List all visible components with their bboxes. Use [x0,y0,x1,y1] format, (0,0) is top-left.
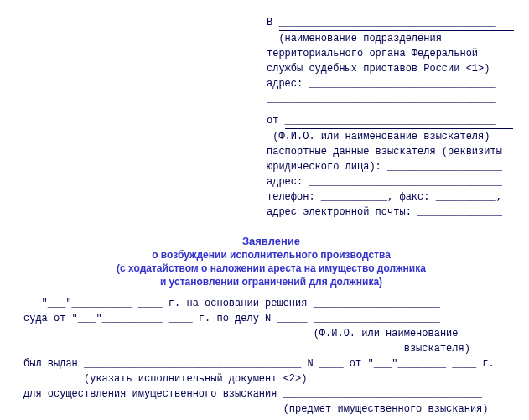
from-line: от ___________________________________ [267,113,519,128]
doc-subtitle-2: (с ходатайством о наложении ареста на им… [23,262,519,274]
address-line-1: адрес: _______________________________ [267,76,519,91]
passport-1: паспортные данные взыскателя (реквизиты [267,144,519,159]
subdivision-hint-1: (наименование подразделения [267,31,519,46]
fio-hint: (Ф.И.О. или наименование взыскателя) [267,129,519,144]
body-line-4: взыскателя) [23,341,519,356]
address-blank: ______________________________________ [267,91,519,106]
subdivision-hint-3: службы судебных приставов России <1>) [267,61,519,76]
body-line-1: "___"__________ ____ г. на основании реш… [23,296,519,311]
subdivision-hint-2: территориального органа Федеральной [267,46,519,61]
email-line: адрес электронной почты: ______________ [267,205,519,220]
address-line-2: адрес: ________________________________ [267,174,519,189]
body-line-8: (предмет имущественного взыскания) [23,402,519,417]
doc-subtitle-1: о возбуждении исполнительного производст… [23,249,519,261]
body-line-9: с ________________________________. [23,417,519,420]
body-line-6: (указать исполнительный документ <2>) [23,371,519,386]
passport-2: юридического лица): ___________________ [267,159,519,174]
addressee-block: В ____________________________________ (… [267,15,519,220]
body-line-2: суда от "___"__________ ____ г. по делу … [23,311,519,326]
doc-title: Заявление [23,235,519,247]
body-line-5: был выдан ______________________________… [23,356,519,371]
body-line-7: для осуществления имущественного взыскан… [23,386,519,402]
doc-subtitle-3: и установлении ограничений для должника) [23,276,519,288]
body-line-3: (Ф.И.О. или наименование [23,326,519,341]
phone-fax: телефон: ___________, факс: __________, [267,189,519,205]
to-line: В ____________________________________ [267,15,519,30]
document-root: В ____________________________________ (… [0,0,529,420]
